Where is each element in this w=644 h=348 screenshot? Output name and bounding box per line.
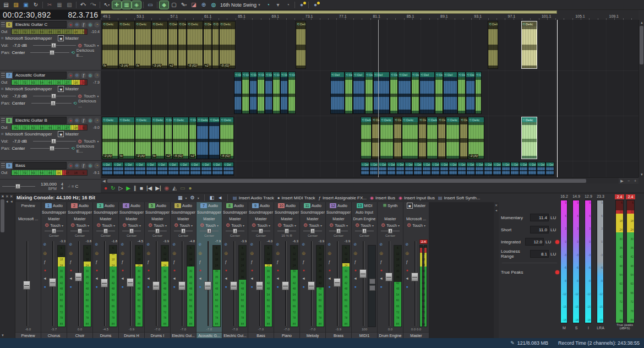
channel-fader[interactable] bbox=[75, 241, 83, 326]
audio-clip[interactable]: ⟲Del bbox=[212, 162, 223, 176]
audio-clip[interactable]: ⟲Del bbox=[493, 162, 501, 176]
play-button[interactable]: ▶ bbox=[126, 186, 130, 191]
mixer-channel-strip[interactable]: ▣MasterMicrosoft ...⚙Touch▾⊘◎ƒ●◄●2.46121… bbox=[403, 202, 429, 339]
clip-fx-badge[interactable]: -3 (A) bbox=[152, 64, 162, 68]
invert-phase-icon[interactable]: ⊘ bbox=[354, 242, 357, 247]
peak-clip-value[interactable]: 2.4 bbox=[626, 194, 635, 199]
invert-phase-icon[interactable]: ⊘ bbox=[43, 242, 47, 247]
key-value[interactable]: = C bbox=[72, 184, 79, 189]
audio-clip[interactable]: ⟲Del bbox=[413, 162, 422, 176]
pan-slider[interactable] bbox=[121, 229, 142, 234]
fader-handle[interactable] bbox=[282, 281, 289, 290]
channel-fader[interactable] bbox=[385, 241, 393, 326]
metronome-button[interactable]: ◭ bbox=[172, 186, 177, 191]
clip-fx-badge[interactable]: -5 (G) bbox=[220, 64, 230, 68]
invert-phase-icon[interactable]: ⊘ bbox=[69, 242, 73, 247]
record-arm-button[interactable]: ● bbox=[68, 163, 73, 168]
record-arm-icon[interactable]: ● bbox=[147, 268, 149, 272]
loudness-clip-led[interactable] bbox=[555, 240, 559, 244]
audio-clip[interactable]: ⟲Delic bbox=[209, 117, 220, 159]
fx-icon[interactable]: ƒ bbox=[173, 260, 176, 264]
pan-slider-knob[interactable] bbox=[78, 229, 82, 233]
fader-handle[interactable] bbox=[308, 281, 315, 290]
automation-caret-icon[interactable]: ▾ bbox=[294, 224, 296, 227]
audio-clip[interactable]: ⟲Del bbox=[179, 162, 190, 176]
new-file-icon[interactable]: ▤ bbox=[2, 1, 10, 9]
volume-slider[interactable] bbox=[33, 43, 76, 48]
record-arm-icon[interactable]: ● bbox=[276, 268, 279, 272]
mixer-settings-icon[interactable]: ⚙ bbox=[190, 195, 195, 200]
mute-icon[interactable]: ◄ bbox=[198, 276, 202, 280]
solo-icon[interactable]: ● bbox=[276, 285, 279, 289]
audio-clip[interactable]: ⟲Delic bbox=[197, 117, 209, 159]
audio-clip[interactable]: ⟲Del bbox=[280, 72, 288, 114]
track-lane[interactable]: ⟲Delicfx⟲Delic-3 (A)⟲Delicfx⟲Delic-3 (A)… bbox=[101, 20, 638, 71]
fx-icon[interactable]: ƒ bbox=[122, 260, 124, 264]
volume-slider-knob[interactable] bbox=[51, 43, 56, 48]
solo-icon[interactable]: ● bbox=[43, 285, 46, 289]
gain-icon[interactable]: ◎ bbox=[302, 251, 305, 255]
strip-bus2[interactable]: Microsoft ... bbox=[403, 215, 429, 222]
automation-gear-icon[interactable]: ⚙ bbox=[148, 222, 152, 228]
track-header[interactable]: 9Bass●⊖ƒ◍◔Out81726354453627189-9.1 bbox=[0, 161, 101, 180]
automation-gear-icon[interactable]: ⚙ bbox=[200, 222, 204, 228]
strip-bus2[interactable]: Master bbox=[378, 215, 403, 222]
volume-value[interactable]: -7,0 dB bbox=[13, 139, 31, 144]
channel-fader[interactable] bbox=[152, 241, 160, 326]
track-header[interactable]: 7Acoustic Guitar●⊖ƒ◍◔Out8172635445362718… bbox=[0, 70, 101, 116]
undo-icon[interactable]: ↶▾ bbox=[79, 1, 88, 9]
fader-handle[interactable] bbox=[49, 278, 56, 287]
paint-groove-icon[interactable]: ● bbox=[297, 1, 306, 9]
plugin-name[interactable]: Delicious ... bbox=[78, 99, 100, 108]
pan-slider-knob[interactable] bbox=[285, 229, 289, 233]
bus-button[interactable]: ▣Master bbox=[58, 35, 78, 41]
pan-slider[interactable] bbox=[31, 101, 72, 106]
gain-icon[interactable]: ◎ bbox=[43, 251, 46, 255]
track-name-field[interactable]: Bass bbox=[13, 162, 67, 169]
clip-fx-badge[interactable]: fx bbox=[119, 154, 123, 158]
fader-handle[interactable] bbox=[178, 281, 185, 290]
gain-icon[interactable]: ◎ bbox=[379, 251, 383, 255]
mute-icon[interactable]: ◄ bbox=[95, 276, 99, 280]
audio-clip[interactable]: ⟲Del bbox=[440, 162, 449, 176]
zoom-out-button[interactable]: − bbox=[625, 178, 632, 184]
audio-clip[interactable]: ⟲Delic bbox=[427, 117, 438, 159]
strip-bus2[interactable]: Master bbox=[171, 215, 196, 222]
audio-clip[interactable]: ⟲Del bbox=[443, 72, 457, 114]
solo-icon[interactable]: ● bbox=[147, 285, 149, 289]
dropdown-caret-icon[interactable]: ▾ bbox=[94, 3, 96, 7]
automation-caret-icon[interactable]: ▾ bbox=[191, 224, 193, 227]
gain-icon[interactable]: ◎ bbox=[328, 251, 331, 255]
mixer-channel-strip[interactable]: PreviewMicrosoft ...-6.0Preview bbox=[15, 202, 41, 339]
automation-caret-icon[interactable]: ▾ bbox=[113, 224, 115, 227]
insert-midi-track-button[interactable]: ●Insert MIDI Track bbox=[277, 195, 315, 200]
audio-clip[interactable]: ⟲Del bbox=[398, 72, 411, 114]
pan-slider[interactable] bbox=[199, 229, 220, 234]
strip-bus2[interactable]: Master bbox=[300, 215, 325, 222]
mixer-channel-strip[interactable]: 1AudioSoundmapperMaster⚙Touch▾Center⊘◎ƒ●… bbox=[41, 202, 67, 339]
pan-slider-knob[interactable] bbox=[310, 229, 315, 233]
automation-caret-icon[interactable]: ▾ bbox=[320, 224, 322, 227]
audio-clip[interactable]: ⟲Del bbox=[223, 162, 234, 176]
copy-icon[interactable]: ▦ bbox=[55, 1, 64, 9]
gain-icon[interactable]: ◎ bbox=[224, 251, 227, 255]
pan-slider-knob[interactable] bbox=[362, 229, 367, 233]
fader-handle[interactable] bbox=[152, 281, 160, 290]
solo-icon[interactable]: ● bbox=[328, 285, 330, 289]
audio-clip[interactable]: ⟲Del bbox=[365, 72, 373, 114]
groove-select-caret[interactable]: ▼ bbox=[258, 3, 261, 7]
clip-fx-badge[interactable]: -5 (G) bbox=[188, 64, 198, 68]
mute-icon[interactable]: ◄ bbox=[405, 276, 409, 280]
mute-icon[interactable]: ◄ bbox=[276, 276, 280, 280]
fader-handle[interactable] bbox=[204, 281, 211, 290]
time-signature[interactable]: 44 bbox=[61, 182, 63, 190]
audio-clip[interactable]: ⟲Del bbox=[234, 72, 242, 114]
fader-handle[interactable] bbox=[101, 279, 108, 287]
strip-bus1[interactable]: Soundmapper bbox=[67, 209, 92, 215]
volume-slider-knob[interactable] bbox=[51, 139, 56, 144]
record-arm-icon[interactable]: ● bbox=[173, 268, 175, 272]
audio-clip[interactable]: ⟲Del bbox=[396, 162, 405, 176]
audio-clip[interactable]: ⟲Delic bbox=[380, 117, 394, 159]
downmix-icon[interactable]: ◧ bbox=[210, 195, 215, 200]
audio-clip[interactable]: ⟲Del bbox=[249, 72, 257, 114]
